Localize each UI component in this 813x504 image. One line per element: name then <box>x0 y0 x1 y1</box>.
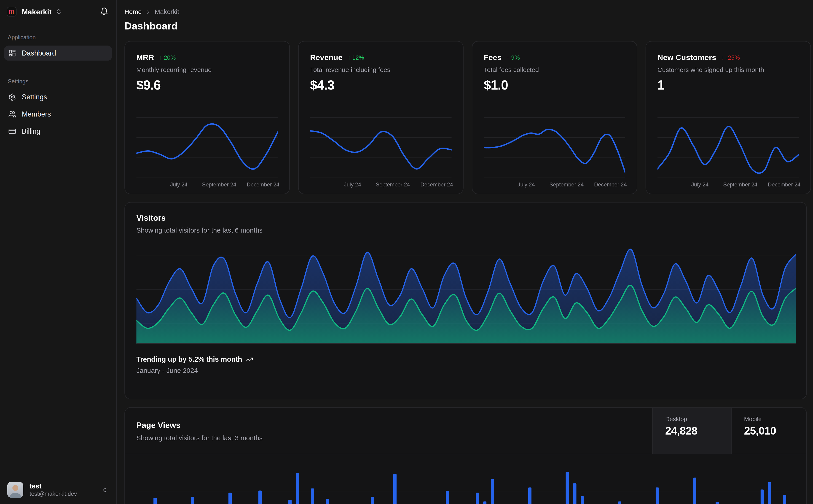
page-views-title: Page Views <box>136 421 641 430</box>
trend-badge: ↑9% <box>507 54 520 60</box>
workspace-selector[interactable]: m Makerkit <box>0 0 116 22</box>
arrow-up-icon: ↑ <box>348 54 351 60</box>
toggle-label: Mobile <box>744 416 806 422</box>
page-title: Dashboard <box>124 20 807 32</box>
trend-badge: ↓-25% <box>722 54 740 60</box>
toggle-label: Desktop <box>665 416 731 422</box>
stat-value: $4.3 <box>310 78 452 93</box>
visitors-trend-text: Trending up by 5.2% this month <box>136 355 242 363</box>
stat-title: New Customers <box>658 53 716 62</box>
sparkline-x-axis: July 24September 24December 24 <box>136 181 278 190</box>
user-menu[interactable]: test test@makerkit.dev <box>0 475 116 504</box>
sidebar-item-billing[interactable]: Billing <box>4 124 112 139</box>
notifications-bell-icon[interactable] <box>100 7 108 16</box>
breadcrumb: Home Makerkit <box>124 8 807 16</box>
arrow-down-icon: ↓ <box>722 54 725 60</box>
billing-credit-card-icon <box>8 127 16 135</box>
stat-cards-row: MRR ↑20% Monthly recurring revenue $9.6 … <box>124 41 807 194</box>
makerkit-logo: m <box>7 7 16 16</box>
trend-badge: ↑12% <box>348 54 364 60</box>
stat-description: Monthly recurring revenue <box>136 66 278 74</box>
page-views-bar-chart[interactable] <box>136 460 795 504</box>
stat-title: Fees <box>484 53 501 62</box>
screen: m Makerkit Application Dashboard Setting… <box>0 0 813 504</box>
stat-description: Customers who signed up this month <box>658 66 799 74</box>
stat-card-revenue: Revenue ↑12% Total revenue including fee… <box>298 41 464 194</box>
toggle-mobile[interactable]: Mobile 25,010 <box>731 408 806 454</box>
page-views-subtitle: Showing total visitors for the last 3 mo… <box>136 434 641 442</box>
toggle-value: 24,828 <box>665 425 731 437</box>
sidebar-item-members[interactable]: Members <box>4 107 112 122</box>
stat-description: Total fees collected <box>484 66 625 74</box>
visitors-subtitle: Showing total visitors for the last 6 mo… <box>136 226 795 234</box>
stat-value: 1 <box>658 78 799 93</box>
sparkline-x-axis: July 24September 24December 24 <box>658 181 799 190</box>
trending-up-icon <box>246 355 253 363</box>
workspace-name: Makerkit <box>22 8 52 16</box>
arrow-up-icon: ↑ <box>507 54 510 60</box>
sidebar-item-label: Settings <box>22 93 47 101</box>
trend-badge: ↑20% <box>159 54 175 60</box>
settings-gear-icon <box>8 93 16 101</box>
stat-value: $9.6 <box>136 78 278 93</box>
sidebar: m Makerkit Application Dashboard Setting… <box>0 0 117 504</box>
visitors-period: January - June 2024 <box>136 367 795 374</box>
stat-title: Revenue <box>310 53 343 62</box>
user-email: test@makerkit.dev <box>29 490 77 497</box>
sparkline-x-axis: July 24September 24December 24 <box>484 181 625 190</box>
avatar <box>7 482 23 498</box>
nav-group-application: Application <box>4 34 112 40</box>
fees-sparkline-chart[interactable]: July 24September 24December 24 <box>484 117 625 186</box>
sidebar-nav: Application Dashboard Settings Settings <box>0 22 116 475</box>
toggle-value: 25,010 <box>744 425 806 437</box>
members-users-icon <box>8 110 16 118</box>
arrow-up-icon: ↑ <box>159 54 162 60</box>
stat-card-mrr: MRR ↑20% Monthly recurring revenue $9.6 … <box>124 41 290 194</box>
chevron-right-icon <box>145 9 151 15</box>
stat-description: Total revenue including fees <box>310 66 452 74</box>
visitors-title: Visitors <box>136 213 795 223</box>
visitors-area-chart[interactable] <box>136 242 795 346</box>
stat-title: MRR <box>136 53 154 62</box>
chevrons-up-down-icon <box>55 8 62 15</box>
revenue-sparkline-chart[interactable]: July 24September 24December 24 <box>310 117 452 186</box>
sidebar-item-label: Dashboard <box>22 49 56 57</box>
nav-group-settings: Settings <box>4 78 112 84</box>
sidebar-item-label: Members <box>22 110 51 118</box>
dashboard-icon <box>8 49 16 57</box>
sidebar-item-settings[interactable]: Settings <box>4 90 112 105</box>
breadcrumb-home-link[interactable]: Home <box>124 8 142 16</box>
sparkline-x-axis: July 24September 24December 24 <box>310 181 452 190</box>
sidebar-item-dashboard[interactable]: Dashboard <box>4 46 112 61</box>
user-name: test <box>29 482 77 491</box>
sidebar-item-label: Billing <box>22 127 40 135</box>
stat-value: $1.0 <box>484 78 625 93</box>
customers-sparkline-chart[interactable]: July 24September 24December 24 <box>658 117 799 186</box>
page-views-card: Page Views Showing total visitors for th… <box>124 407 807 504</box>
toggle-desktop[interactable]: Desktop 24,828 <box>652 408 731 454</box>
breadcrumb-current: Makerkit <box>154 8 179 16</box>
visitors-card: Visitors Showing total visitors for the … <box>124 202 807 399</box>
main-content: Home Makerkit Dashboard MRR ↑20% Monthly… <box>117 0 813 504</box>
stat-card-new-customers: New Customers ↓-25% Customers who signed… <box>646 41 811 194</box>
chevrons-up-down-icon <box>101 487 108 493</box>
stat-card-fees: Fees ↑9% Total fees collected $1.0 July … <box>472 41 637 194</box>
mrr-sparkline-chart[interactable]: July 24September 24December 24 <box>136 117 278 186</box>
